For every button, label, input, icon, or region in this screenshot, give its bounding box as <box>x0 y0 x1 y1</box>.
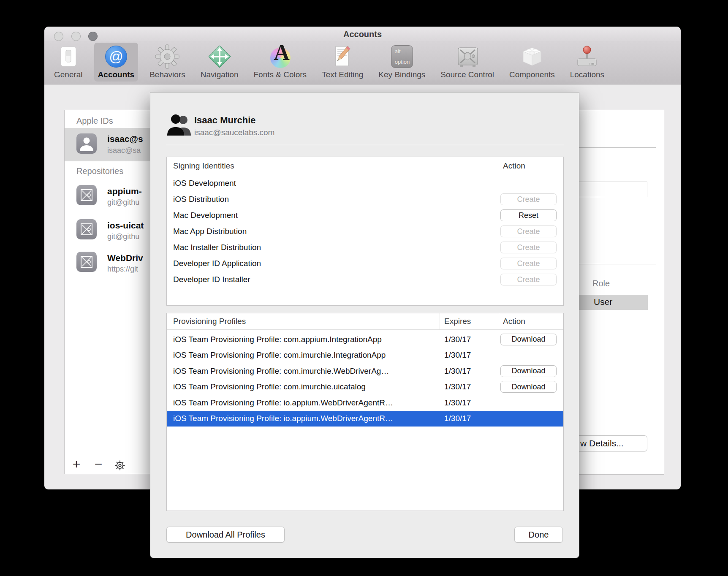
keycap-alt-text: alt <box>395 48 401 54</box>
provisioning-profile-row-label: iOS Team Provisioning Profile: com.imurc… <box>173 350 386 360</box>
toolbar-item-label: Key Bindings <box>378 70 425 79</box>
sheet-divider <box>166 145 564 145</box>
create-button[interactable]: Create <box>500 258 557 269</box>
toolbar-item-label: Behaviors <box>149 70 185 79</box>
provisioning-profile-row-label: iOS Team Provisioning Profile: com.imurc… <box>173 382 366 391</box>
column-divider <box>440 313 440 330</box>
repo-subtitle: git@githu <box>107 232 139 241</box>
repo-safe-icon <box>76 185 97 205</box>
toolbar-item-label: Source Control <box>440 70 494 79</box>
keycap-option-text: option <box>395 59 410 65</box>
done-button[interactable]: Done <box>514 527 563 543</box>
toolbar-item-source-control[interactable]: Source Control <box>437 43 498 82</box>
account-actions-gear-icon[interactable] <box>114 460 125 471</box>
expires-value: 1/30/17 <box>444 335 471 344</box>
repo-title: WebDriv <box>107 253 143 263</box>
toolbar-item-label: Text Editing <box>322 70 363 79</box>
provisioning-profile-row-label: iOS Team Provisioning Profile: io.appium… <box>173 398 393 408</box>
expires-value: 1/30/17 <box>444 414 471 423</box>
light-switch-icon <box>56 44 81 69</box>
toolbar-item-navigation[interactable]: Navigation <box>197 43 242 82</box>
toolbar-item-label: General <box>54 70 83 79</box>
navigation-diamond-icon <box>207 44 232 69</box>
toolbar-item-components[interactable]: Components <box>505 43 559 82</box>
person-icon <box>76 133 97 154</box>
provisioning-profile-row[interactable]: iOS Team Provisioning Profile: com.imurc… <box>167 363 563 379</box>
signing-identity-row: Developer ID Installer Create <box>167 272 563 288</box>
preferences-toolbar: General @ Accounts Behaviors Navigation <box>44 41 681 84</box>
signing-table-header: Signing Identities Action <box>167 157 563 175</box>
expires-value: 1/30/17 <box>444 367 471 376</box>
create-button[interactable]: Create <box>500 242 557 253</box>
provisioning-profiles-title: Provisioning Profiles <box>173 317 246 326</box>
signing-identity-row-label: Mac App Distribution <box>173 227 247 236</box>
apple-id-title: isaac@s <box>107 134 143 144</box>
action-column-header: Action <box>503 161 525 171</box>
repositories-header: Repositories <box>76 166 123 176</box>
remove-account-button[interactable]: − <box>92 456 104 472</box>
window-title: Accounts <box>44 30 681 39</box>
column-divider <box>499 313 499 330</box>
provisioning-profile-row[interactable]: iOS Team Provisioning Profile: com.appiu… <box>167 331 563 348</box>
account-name: Isaac Murchie <box>194 115 256 126</box>
add-account-button[interactable]: + <box>71 456 82 472</box>
toolbar-item-accounts[interactable]: @ Accounts <box>94 43 139 82</box>
apple-id-subtitle: isaac@sa <box>107 146 141 155</box>
toolbar-item-fonts-colors[interactable]: A Fonts & Colors <box>250 43 310 82</box>
role-value: User <box>594 297 612 307</box>
create-button[interactable]: Create <box>500 226 557 237</box>
repo-safe-icon <box>76 219 97 239</box>
repo-title: ios-uicat <box>107 220 144 231</box>
provisioning-profile-row-label: iOS Team Provisioning Profile: io.appium… <box>173 414 393 423</box>
toolbar-item-label: Components <box>509 70 555 79</box>
provisioning-table-header: Provisioning Profiles Expires Action <box>167 313 563 330</box>
column-divider <box>499 157 499 175</box>
toolbar-item-locations[interactable]: Locations <box>566 43 608 82</box>
account-email: isaac@saucelabs.com <box>194 128 274 137</box>
expires-column-header: Expires <box>444 317 471 326</box>
signing-identity-row-label: Mac Installer Distribution <box>173 243 261 252</box>
create-button[interactable]: Create <box>500 193 557 205</box>
toolbar-item-behaviors[interactable]: Behaviors <box>146 43 189 82</box>
repo-subtitle: https://git <box>107 265 138 274</box>
signing-identity-row: Mac Development Reset <box>167 207 563 223</box>
signing-identity-row: Mac App Distribution Create <box>167 223 563 239</box>
signing-identity-row-label: iOS Development <box>173 179 236 188</box>
signing-identity-row-label: Mac Development <box>173 211 238 220</box>
account-avatar-icon <box>166 114 193 136</box>
signing-identity-row: Mac Installer Distribution Create <box>167 239 563 255</box>
expires-value: 1/30/17 <box>444 350 471 360</box>
toolbar-item-label: Fonts & Colors <box>253 70 307 79</box>
provisioning-profile-row[interactable]: iOS Team Provisioning Profile: io.appium… <box>167 395 563 411</box>
provisioning-profile-row[interactable]: iOS Team Provisioning Profile: com.imurc… <box>167 379 563 395</box>
create-button[interactable]: Create <box>500 274 557 285</box>
download-button[interactable]: Download <box>500 365 557 377</box>
provisioning-profile-row-label: iOS Team Provisioning Profile: com.appiu… <box>173 335 382 344</box>
provisioning-profiles-table: Provisioning Profiles Expires Action iOS… <box>166 313 564 511</box>
drive-joystick-icon <box>575 44 599 69</box>
repo-safe-icon <box>76 252 97 272</box>
apple-ids-header: Apple IDs <box>76 116 113 126</box>
provisioning-profile-row-label: iOS Team Provisioning Profile: com.imurc… <box>173 367 389 376</box>
signing-identities-table: Signing Identities Action iOS Developmen… <box>166 157 564 306</box>
download-button[interactable]: Download <box>500 334 557 345</box>
action-column-header: Action <box>503 317 525 326</box>
signing-identity-row: iOS Development <box>167 175 563 191</box>
title-bar: Accounts <box>44 27 681 41</box>
toolbar-item-general[interactable]: General <box>50 43 87 82</box>
page-pencil-icon <box>330 44 355 69</box>
role-column-header: Role <box>592 279 610 288</box>
download-all-profiles-button[interactable]: Download All Profiles <box>166 527 285 543</box>
reset-button[interactable]: Reset <box>500 209 557 221</box>
provisioning-profile-row[interactable]: iOS Team Provisioning Profile: com.imurc… <box>167 348 563 364</box>
option-keycap-icon: altoption <box>390 44 414 69</box>
expires-value: 1/30/17 <box>444 398 471 408</box>
toolbar-item-text-editing[interactable]: Text Editing <box>318 43 367 82</box>
toolbar-item-label: Accounts <box>98 70 135 79</box>
provisioning-profile-row[interactable]: iOS Team Provisioning Profile: io.appium… <box>167 411 563 427</box>
toolbar-item-label: Navigation <box>201 70 239 79</box>
gear-icon <box>155 44 179 69</box>
signing-identity-row: iOS Distribution Create <box>167 191 563 207</box>
toolbar-item-key-bindings[interactable]: altoption Key Bindings <box>375 43 429 82</box>
download-button[interactable]: Download <box>500 381 557 393</box>
